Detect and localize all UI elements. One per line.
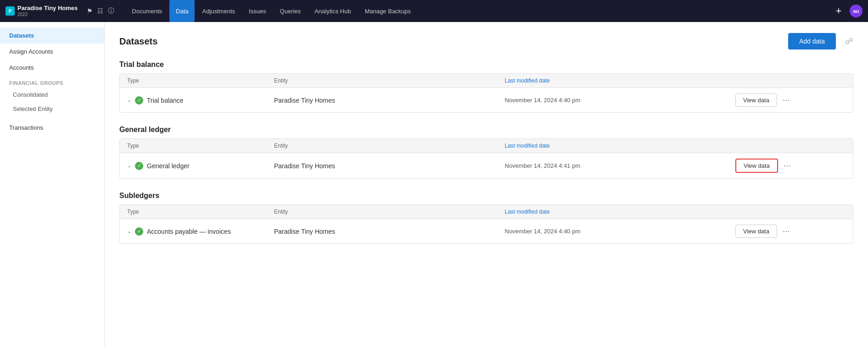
row-actions: View data ⋯ bbox=[735, 159, 827, 173]
company-year: 2022 bbox=[17, 12, 78, 17]
col-type-header: Type bbox=[127, 209, 274, 215]
last-modified-cell: November 14, 2024 4:40 pm bbox=[505, 97, 736, 104]
table-row: ⌄ ✓ Accounts payable — invoices Paradise… bbox=[120, 219, 853, 243]
col-entity-header: Entity bbox=[274, 77, 505, 84]
subledgers-section: Subledgers Type Entity Last modified dat… bbox=[119, 192, 853, 244]
nav-documents[interactable]: Documents bbox=[125, 0, 168, 22]
col-date-header: Last modified date bbox=[505, 209, 736, 215]
page-title: Datasets bbox=[119, 36, 157, 47]
company-name: Paradise Tiny Homes bbox=[17, 5, 78, 12]
avatar[interactable]: au bbox=[850, 5, 862, 17]
entity-cell: Paradise Tiny Homes bbox=[274, 97, 505, 104]
view-data-button[interactable]: View data bbox=[735, 225, 777, 238]
add-button[interactable]: + bbox=[832, 5, 845, 17]
chevron-down-icon[interactable]: ⌄ bbox=[127, 163, 131, 169]
view-data-button[interactable]: View data bbox=[735, 159, 778, 173]
hierarchy-icon[interactable]: ☷ bbox=[97, 7, 103, 15]
more-options-button[interactable]: ⋯ bbox=[782, 160, 793, 172]
col-entity-header: Entity bbox=[274, 209, 505, 215]
status-check-icon: ✓ bbox=[135, 227, 143, 236]
col-date-header: Last modified date bbox=[505, 143, 736, 149]
sidebar-item-datasets[interactable]: Datasets bbox=[0, 28, 104, 44]
topnav-icons: ⚑ ☷ ⓘ bbox=[87, 7, 114, 15]
app-logo[interactable]: P Paradise Tiny Homes 2022 bbox=[6, 5, 78, 17]
view-data-button[interactable]: View data bbox=[735, 94, 777, 107]
more-options-button[interactable]: ⋯ bbox=[781, 94, 792, 106]
page-header: Datasets Add data ☍ bbox=[119, 33, 853, 50]
nav-analytics-hub[interactable]: Analytics Hub bbox=[308, 0, 357, 22]
flag-icon[interactable]: ⚑ bbox=[87, 7, 93, 15]
sidebar-item-assign-accounts[interactable]: Assign Accounts bbox=[0, 44, 104, 60]
table-row: ⌄ ✓ Trial balance Paradise Tiny Homes No… bbox=[120, 88, 853, 112]
nav-manage-backups[interactable]: Manage Backups bbox=[358, 0, 417, 22]
nav-adjustments[interactable]: Adjustments bbox=[196, 0, 241, 22]
nav-items: Documents Data Adjustments Issues Querie… bbox=[125, 0, 829, 22]
info-icon[interactable]: ⓘ bbox=[108, 7, 114, 15]
sidebar-item-consolidated[interactable]: Consolidated bbox=[0, 88, 104, 102]
sidebar-item-transactions[interactable]: Transactions bbox=[0, 120, 104, 136]
type-label: General ledger bbox=[147, 162, 190, 170]
status-check-icon: ✓ bbox=[135, 162, 143, 170]
row-type-cell: ⌄ ✓ Trial balance bbox=[127, 96, 274, 105]
trial-balance-header: Type Entity Last modified date bbox=[120, 74, 853, 88]
subledgers-table: Type Entity Last modified date ⌄ ✓ Accou… bbox=[119, 204, 853, 244]
sidebar-item-selected-entity[interactable]: Selected Entity bbox=[0, 102, 104, 116]
general-ledger-section: General ledger Type Entity Last modified… bbox=[119, 126, 853, 179]
status-check-icon: ✓ bbox=[135, 96, 143, 105]
row-type-cell: ⌄ ✓ Accounts payable — invoices bbox=[127, 227, 274, 236]
top-navigation: P Paradise Tiny Homes 2022 ⚑ ☷ ⓘ Documen… bbox=[0, 0, 868, 22]
entity-cell: Paradise Tiny Homes bbox=[274, 228, 505, 235]
row-actions: View data ⋯ bbox=[735, 225, 827, 238]
type-label: Trial balance bbox=[147, 97, 184, 104]
nav-queries[interactable]: Queries bbox=[274, 0, 308, 22]
last-modified-cell: November 14, 2024 4:41 pm bbox=[505, 162, 736, 169]
financial-groups-label: FINANCIAL GROUPS bbox=[0, 76, 104, 88]
col-type-header: Type bbox=[127, 77, 274, 84]
type-label: Accounts payable — invoices bbox=[147, 228, 231, 235]
general-ledger-title: General ledger bbox=[119, 126, 853, 134]
general-ledger-header: Type Entity Last modified date bbox=[120, 139, 853, 153]
subledgers-header: Type Entity Last modified date bbox=[120, 205, 853, 219]
entity-cell: Paradise Tiny Homes bbox=[274, 162, 505, 170]
subledgers-title: Subledgers bbox=[119, 192, 853, 200]
col-type-header: Type bbox=[127, 143, 274, 149]
nav-issues[interactable]: Issues bbox=[242, 0, 273, 22]
row-type-cell: ⌄ ✓ General ledger bbox=[127, 162, 274, 170]
col-entity-header: Entity bbox=[274, 143, 505, 149]
nav-data[interactable]: Data bbox=[169, 0, 195, 22]
sidebar: Datasets Assign Accounts Accounts FINANC… bbox=[0, 22, 105, 347]
logo-icon: P bbox=[6, 6, 15, 16]
main-content: Datasets Add data ☍ Trial balance Type E… bbox=[105, 22, 868, 347]
trial-balance-title: Trial balance bbox=[119, 61, 853, 69]
general-ledger-table: Type Entity Last modified date ⌄ ✓ Gener… bbox=[119, 138, 853, 179]
topnav-right: + au bbox=[832, 5, 862, 17]
sidebar-item-accounts[interactable]: Accounts bbox=[0, 60, 104, 76]
table-row: ⌄ ✓ General ledger Paradise Tiny Homes N… bbox=[120, 153, 853, 178]
trial-balance-section: Trial balance Type Entity Last modified … bbox=[119, 61, 853, 113]
chevron-down-icon[interactable]: ⌄ bbox=[127, 228, 131, 234]
more-options-button[interactable]: ⋯ bbox=[781, 225, 792, 237]
copy-icon[interactable]: ☍ bbox=[845, 36, 853, 46]
add-data-button[interactable]: Add data bbox=[788, 33, 836, 50]
main-layout: Datasets Assign Accounts Accounts FINANC… bbox=[0, 22, 868, 347]
trial-balance-table: Type Entity Last modified date ⌄ ✓ Trial… bbox=[119, 73, 853, 113]
col-date-header: Last modified date bbox=[505, 77, 736, 84]
row-actions: View data ⋯ bbox=[735, 94, 827, 107]
chevron-down-icon[interactable]: ⌄ bbox=[127, 97, 131, 103]
last-modified-cell: November 14, 2024 4:40 pm bbox=[505, 228, 736, 235]
